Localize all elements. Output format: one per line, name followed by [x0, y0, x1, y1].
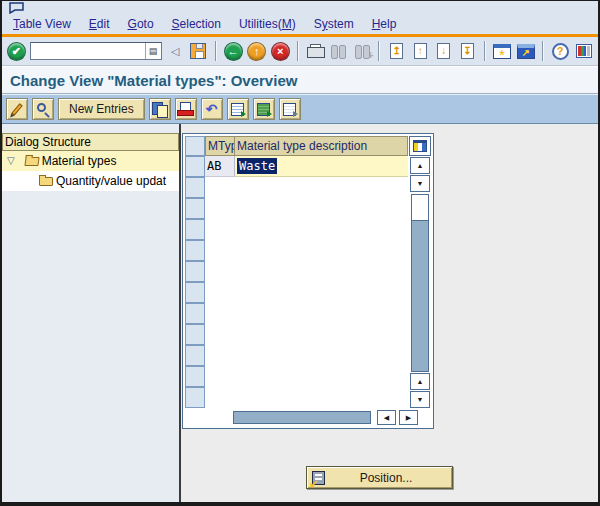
command-dropdown-icon[interactable]: ▤ [145, 43, 161, 59]
undo-arrow-icon: ↶ [206, 102, 218, 116]
exit-button[interactable]: ↑ [246, 40, 267, 62]
tree-node-material-types[interactable]: ▽ Material types [2, 151, 179, 171]
display-button[interactable] [32, 98, 54, 120]
tree-node-quantity-value-updating[interactable]: Quantity/value updat [2, 171, 179, 191]
menu-item-selection[interactable]: Selection [163, 16, 230, 32]
print-button[interactable] [305, 40, 326, 62]
material-types-table: MTyp Material type description AB Waste … [182, 133, 434, 429]
scroll-up-button[interactable]: ▲ [410, 157, 430, 174]
cancel-button[interactable]: × [270, 40, 291, 62]
row-selector-cell[interactable] [185, 324, 205, 345]
collapse-toolbar-button[interactable]: ◁ [165, 40, 186, 62]
select-block-icon [257, 103, 270, 116]
page-up-icon: ↑ [414, 43, 427, 59]
delete-icon [180, 102, 191, 114]
vertical-scroll-thumb[interactable] [412, 195, 428, 221]
vertical-scroll-track[interactable] [411, 194, 429, 372]
scroll-left-button[interactable]: ◀ [377, 410, 396, 425]
menu-item-goto[interactable]: Goto [119, 16, 163, 32]
window-control-icon[interactable] [8, 2, 26, 14]
menu-item-edit[interactable]: Edit [80, 16, 119, 32]
page-down-button[interactable]: ↓ [434, 40, 455, 62]
position-button[interactable]: ↙ Position... [306, 466, 453, 489]
new-entries-button[interactable]: New Entries [58, 98, 145, 120]
row-selector-cell[interactable] [185, 366, 205, 387]
toolbar-separator [378, 41, 380, 61]
toolbar-separator [215, 41, 217, 61]
customize-layout-button[interactable] [574, 40, 595, 62]
column-header-description[interactable]: Material type description [235, 136, 408, 156]
last-page-icon: ↧ [461, 43, 474, 59]
menu-item-help[interactable]: Help [363, 16, 406, 32]
row-selector-cell[interactable] [185, 303, 205, 324]
copy-as-button[interactable] [149, 98, 171, 120]
create-shortcut-button[interactable]: ↗ [515, 40, 536, 62]
selected-text: Waste [237, 158, 277, 174]
tree-node-label: Quantity/value updat [56, 174, 166, 188]
row-selector-cell[interactable] [185, 177, 205, 198]
scroll-right-button[interactable]: ▶ [399, 410, 418, 425]
column-header-mtyp[interactable]: MTyp [205, 136, 235, 156]
delete-button[interactable] [175, 98, 197, 120]
scroll-up-button-bottom[interactable]: ▲ [410, 373, 430, 390]
back-button[interactable]: ← [223, 40, 244, 62]
enter-button[interactable]: ✔ [6, 40, 27, 62]
page-title: Change View "Material types": Overview [2, 72, 297, 89]
table-top: MTyp Material type description AB Waste … [185, 136, 431, 408]
row-selector-cell[interactable] [185, 345, 205, 366]
table-settings-button[interactable] [409, 136, 431, 156]
main-area: Dialog Structure ▽ Material types Quanti… [2, 124, 598, 502]
menu-item-table-view[interactable]: Table View [4, 16, 80, 32]
position-button-label: Position... [325, 471, 447, 485]
row-selector-cell[interactable] [185, 156, 205, 177]
command-input[interactable] [31, 43, 145, 59]
select-block-button[interactable] [253, 98, 275, 120]
title-bar: Change View "Material types": Overview [2, 66, 598, 94]
table-header-row: MTyp Material type description [205, 136, 408, 156]
toggle-display-change-button[interactable] [6, 98, 28, 120]
row-selector-cell[interactable] [185, 387, 205, 408]
back-arrow-icon: ← [224, 42, 243, 61]
deselect-all-button[interactable] [279, 98, 301, 120]
row-selector-cell[interactable] [185, 240, 205, 261]
first-page-button[interactable]: ↥ [386, 40, 407, 62]
help-button[interactable]: ? [550, 40, 571, 62]
find-next-button[interactable]: + [352, 40, 373, 62]
down-left-arrow-icon: ↙ [309, 478, 318, 489]
find-next-binoculars-icon: + [355, 45, 370, 58]
deselect-all-icon [283, 103, 296, 116]
cell-description[interactable]: Waste [235, 156, 408, 177]
menu-item-utilities-m[interactable]: Utilities(M) [230, 16, 305, 32]
horizontal-scroll-thumb[interactable] [233, 411, 371, 424]
row-selector-cell[interactable] [185, 198, 205, 219]
customize-layout-icon [576, 44, 592, 58]
cell-mtyp[interactable]: AB [205, 156, 235, 177]
new-session-icon: * [493, 44, 511, 59]
scroll-down-button[interactable]: ▼ [410, 175, 430, 192]
vertical-scrollbar: ▲ ▼ ▲ ▼ [409, 136, 431, 408]
copy-icon [152, 102, 167, 117]
up-arrow-icon: ▲ [417, 162, 424, 169]
find-binoculars-icon [331, 45, 346, 58]
expander-triangle-icon[interactable]: ▽ [7, 156, 15, 166]
page-up-button[interactable]: ↑ [410, 40, 431, 62]
row-selector-cell[interactable] [185, 282, 205, 303]
pencil-icon [11, 103, 22, 116]
toolbar-separator [297, 41, 299, 61]
row-selector-cell[interactable] [185, 219, 205, 240]
up-arrow-icon: ▲ [417, 378, 424, 385]
row-selector-cell[interactable] [185, 261, 205, 282]
find-button[interactable] [328, 40, 349, 62]
scroll-down-button-bottom[interactable]: ▼ [410, 391, 430, 408]
menu-item-system[interactable]: System [305, 16, 363, 32]
window-top-strip [2, 1, 598, 14]
last-page-button[interactable]: ↧ [457, 40, 478, 62]
collapse-triangle-icon: ◁ [171, 45, 179, 58]
select-all-icon [231, 103, 244, 116]
selector-header-cell[interactable] [185, 136, 205, 156]
save-button[interactable] [188, 40, 209, 62]
closed-folder-icon [39, 177, 53, 186]
new-session-button[interactable]: * [492, 40, 513, 62]
select-all-button[interactable] [227, 98, 249, 120]
undo-button[interactable]: ↶ [201, 98, 223, 120]
